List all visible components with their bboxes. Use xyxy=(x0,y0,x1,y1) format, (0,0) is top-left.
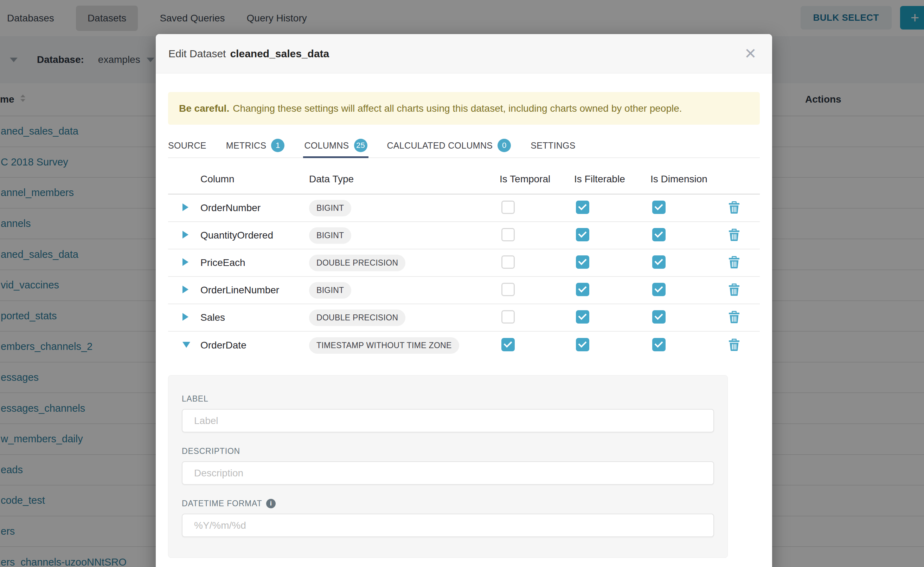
expand-caret-icon[interactable] xyxy=(182,313,188,321)
expand-caret-icon[interactable] xyxy=(182,231,188,238)
delete-column-icon[interactable] xyxy=(728,310,740,323)
datetime-format-input[interactable] xyxy=(182,514,714,537)
tab-label: COLUMNS xyxy=(304,141,349,151)
tab-label: SOURCE xyxy=(168,141,206,151)
tab-source[interactable]: SOURCE xyxy=(168,134,206,158)
modal-title-prefix: Edit Dataset xyxy=(169,48,226,60)
delete-column-icon[interactable] xyxy=(728,201,740,214)
delete-column-icon[interactable] xyxy=(728,256,740,268)
expand-caret-icon[interactable] xyxy=(182,203,188,211)
header-column: Column xyxy=(200,174,309,185)
warning-text: Changing these settings will affect all … xyxy=(233,103,682,114)
screen: Databases Datasets Saved Queries Query H… xyxy=(0,0,924,567)
tab-calculated-columns[interactable]: CALCULATED COLUMNS0 xyxy=(387,134,511,158)
is-filterable-checkbox[interactable] xyxy=(576,283,589,296)
tab-label: CALCULATED COLUMNS xyxy=(387,141,493,151)
is-filterable-checkbox[interactable] xyxy=(576,228,589,242)
expand-caret-icon[interactable] xyxy=(182,342,190,348)
delete-column-icon[interactable] xyxy=(728,338,740,351)
data-type-badge: TIMESTAMP WITHOUT TIME ZONE xyxy=(309,337,459,354)
is-dimension-checkbox[interactable] xyxy=(652,283,665,296)
table-row: OrderNumber BIGINT xyxy=(168,195,760,222)
warning-banner: Be careful. Changing these settings will… xyxy=(168,92,760,125)
columns-table-header: Column Data Type Is Temporal Is Filterab… xyxy=(168,158,760,195)
is-temporal-checkbox[interactable] xyxy=(501,201,515,214)
data-type-badge: BIGINT xyxy=(309,227,351,244)
expand-caret-icon[interactable] xyxy=(182,286,188,293)
tab-count-badge: 1 xyxy=(271,139,284,152)
is-temporal-checkbox[interactable] xyxy=(501,228,515,242)
label-field-group: LABEL xyxy=(182,394,714,432)
datetime-format-heading-text: DATETIME FORMAT xyxy=(182,499,262,508)
modal-body: Be careful. Changing these settings will… xyxy=(156,74,772,567)
tab-count-badge: 25 xyxy=(354,139,367,152)
table-row: OrderLineNumber BIGINT xyxy=(168,277,760,304)
is-temporal-checkbox[interactable] xyxy=(501,255,515,269)
tab-columns[interactable]: COLUMNS25 xyxy=(304,134,367,158)
label-input[interactable] xyxy=(182,409,714,432)
description-heading: DESCRIPTION xyxy=(182,446,714,456)
label-heading-text: LABEL xyxy=(182,394,209,404)
is-temporal-checkbox[interactable] xyxy=(501,338,515,351)
info-icon[interactable]: i xyxy=(266,499,275,508)
column-name: OrderNumber xyxy=(200,202,309,214)
table-row: QuantityOrdered BIGINT xyxy=(168,222,760,249)
data-type-badge: DOUBLE PRECISION xyxy=(309,255,405,271)
is-filterable-checkbox[interactable] xyxy=(576,338,589,351)
modal-title-dataset-name: cleaned_sales_data xyxy=(230,48,329,60)
columns-table-body: OrderNumber BIGINT QuantityOrdered BIGIN… xyxy=(168,195,760,359)
delete-column-icon[interactable] xyxy=(728,228,740,241)
column-name: OrderDate xyxy=(200,340,309,351)
modal-header: Edit Dataset cleaned_sales_data ✕ xyxy=(156,34,772,74)
delete-column-icon[interactable] xyxy=(728,283,740,296)
tab-label: METRICS xyxy=(226,141,266,151)
description-heading-text: DESCRIPTION xyxy=(182,447,240,456)
modal-tabs: SOURCEMETRICS1COLUMNS25CALCULATED COLUMN… xyxy=(168,134,760,158)
column-name: OrderLineNumber xyxy=(200,285,309,296)
column-detail-panel: LABEL DESCRIPTION DATETIME FORMAT i xyxy=(168,375,728,558)
label-heading: LABEL xyxy=(182,394,714,404)
is-dimension-checkbox[interactable] xyxy=(652,228,665,242)
is-filterable-checkbox[interactable] xyxy=(576,201,589,214)
header-data-type: Data Type xyxy=(309,174,500,185)
expand-caret-icon[interactable] xyxy=(182,258,188,266)
datetime-format-heading: DATETIME FORMAT i xyxy=(182,498,714,508)
data-type-badge: BIGINT xyxy=(309,200,351,216)
column-name: Sales xyxy=(200,312,309,323)
description-field-group: DESCRIPTION xyxy=(182,446,714,485)
tab-label: SETTINGS xyxy=(531,141,575,151)
is-temporal-checkbox[interactable] xyxy=(501,310,515,324)
is-dimension-checkbox[interactable] xyxy=(652,338,665,351)
table-row: Sales DOUBLE PRECISION xyxy=(168,304,760,332)
is-dimension-checkbox[interactable] xyxy=(652,201,665,214)
is-dimension-checkbox[interactable] xyxy=(652,310,665,324)
header-is-temporal: Is Temporal xyxy=(500,174,574,185)
header-is-filterable: Is Filterable xyxy=(574,174,650,185)
is-dimension-checkbox[interactable] xyxy=(652,255,665,269)
data-type-badge: DOUBLE PRECISION xyxy=(309,309,405,326)
close-icon[interactable]: ✕ xyxy=(744,46,757,61)
description-input[interactable] xyxy=(182,461,714,485)
tab-settings[interactable]: SETTINGS xyxy=(531,134,575,158)
warning-bold-text: Be careful. xyxy=(179,103,229,114)
data-type-badge: BIGINT xyxy=(309,282,351,298)
column-name: PriceEach xyxy=(200,257,309,268)
edit-dataset-modal: Edit Dataset cleaned_sales_data ✕ Be car… xyxy=(156,34,772,567)
column-name: QuantityOrdered xyxy=(200,230,309,241)
table-row: PriceEach DOUBLE PRECISION xyxy=(168,249,760,277)
tab-count-badge: 0 xyxy=(498,139,511,152)
tab-metrics[interactable]: METRICS1 xyxy=(226,134,285,158)
datetime-format-field-group: DATETIME FORMAT i xyxy=(182,498,714,537)
is-filterable-checkbox[interactable] xyxy=(576,310,589,324)
table-row: OrderDate TIMESTAMP WITHOUT TIME ZONE xyxy=(168,332,760,359)
is-filterable-checkbox[interactable] xyxy=(576,255,589,269)
is-temporal-checkbox[interactable] xyxy=(501,283,515,296)
header-is-dimension: Is Dimension xyxy=(650,174,721,185)
